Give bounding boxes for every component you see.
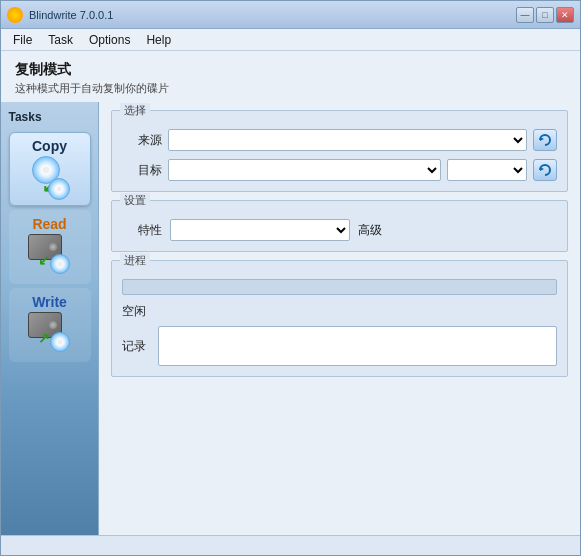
advanced-label[interactable]: 高级 — [358, 222, 382, 239]
status-bar — [1, 535, 580, 555]
property-row: 特性 高级 — [122, 219, 557, 241]
menu-options[interactable]: Options — [81, 31, 138, 49]
target-row: 目标 — [122, 159, 557, 181]
maximize-button[interactable]: □ — [536, 7, 554, 23]
target-select[interactable] — [168, 159, 441, 181]
progress-section-title: 进程 — [120, 253, 150, 268]
task-copy-label: Copy — [32, 138, 67, 154]
menu-task[interactable]: Task — [40, 31, 81, 49]
header-area: 复制模式 这种模式用于自动复制你的碟片 — [1, 51, 580, 102]
progress-bar-container — [122, 279, 557, 295]
tasks-label: Tasks — [9, 110, 91, 124]
source-label: 来源 — [122, 132, 162, 149]
task-write-label: Write — [32, 294, 67, 310]
source-select[interactable] — [168, 129, 527, 151]
task-write-button[interactable]: Write ↗ — [9, 288, 91, 362]
task-read-label: Read — [32, 216, 66, 232]
target-sub-select[interactable] — [447, 159, 527, 181]
sidebar: Tasks Copy ↙ — [1, 102, 99, 535]
task-read-button[interactable]: Read ↙ — [9, 210, 91, 284]
menu-bar: File Task Options Help — [1, 29, 580, 51]
minimize-button[interactable]: — — [516, 7, 534, 23]
read-icon: ↙ — [28, 234, 72, 278]
target-label: 目标 — [122, 162, 162, 179]
svg-marker-1 — [540, 167, 544, 171]
property-label: 特性 — [122, 222, 162, 239]
main-content: Tasks Copy ↙ — [1, 102, 580, 535]
title-bar: Blindwrite 7.0.0.1 — □ ✕ — [1, 1, 580, 29]
source-row: 来源 — [122, 129, 557, 151]
status-label: 空闲 — [122, 303, 152, 320]
copy-icon: ↙ — [28, 156, 72, 200]
window-title: Blindwrite 7.0.0.1 — [29, 9, 516, 21]
write-icon: ↗ — [28, 312, 72, 356]
page-subtitle: 这种模式用于自动复制你的碟片 — [15, 81, 566, 96]
log-box — [158, 326, 557, 366]
settings-section: 设置 特性 高级 — [111, 200, 568, 252]
task-copy-button[interactable]: Copy ↙ — [9, 132, 91, 206]
app-icon — [7, 7, 23, 23]
log-row: 记录 — [122, 326, 557, 366]
status-row: 空闲 — [122, 303, 557, 320]
log-label: 记录 — [122, 338, 152, 355]
menu-help[interactable]: Help — [138, 31, 179, 49]
settings-section-title: 设置 — [120, 193, 150, 208]
window-controls: — □ ✕ — [516, 7, 574, 23]
right-panel: 选择 来源 目标 — [99, 102, 580, 535]
select-section-title: 选择 — [120, 103, 150, 118]
svg-marker-0 — [540, 137, 544, 141]
main-window: Blindwrite 7.0.0.1 — □ ✕ File Task Optio… — [0, 0, 581, 556]
property-select[interactable] — [170, 219, 350, 241]
progress-section: 进程 空闲 记录 — [111, 260, 568, 377]
source-refresh-button[interactable] — [533, 129, 557, 151]
close-button[interactable]: ✕ — [556, 7, 574, 23]
select-section: 选择 来源 目标 — [111, 110, 568, 192]
target-refresh-button[interactable] — [533, 159, 557, 181]
page-title: 复制模式 — [15, 61, 566, 79]
menu-file[interactable]: File — [5, 31, 40, 49]
